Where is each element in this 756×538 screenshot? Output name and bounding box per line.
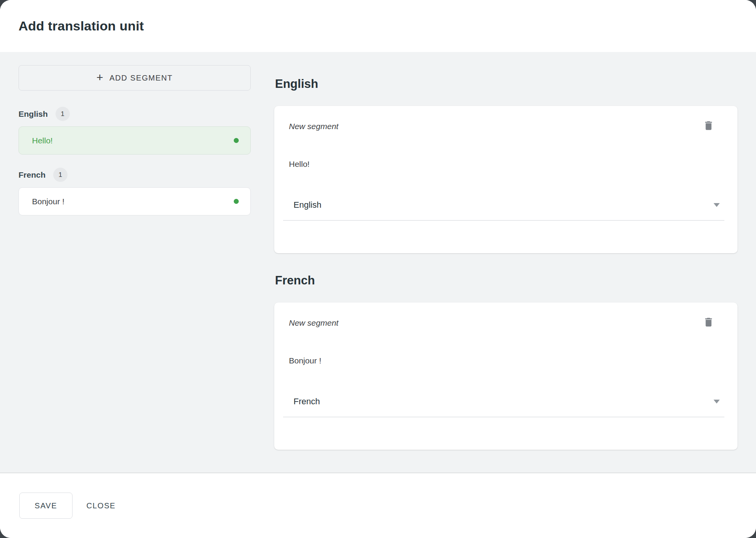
segment-card-french: New segment Bonjour ! French: [274, 303, 737, 450]
section-heading: English: [275, 77, 737, 91]
chevron-down-icon: [714, 203, 720, 207]
trash-icon: [703, 316, 714, 328]
plus-icon: +: [96, 71, 103, 84]
chevron-down-icon: [714, 400, 720, 404]
delete-segment-button[interactable]: [703, 316, 714, 328]
trash-icon: [703, 120, 714, 131]
section-french: French New segment Bonjour ! French: [274, 273, 737, 450]
language-group-header-english: English 1: [19, 107, 251, 121]
dialog-footer: SAVE CLOSE: [0, 472, 756, 538]
segment-count-badge: 1: [53, 168, 68, 182]
new-segment-label: New segment: [288, 318, 338, 328]
save-button[interactable]: SAVE: [19, 493, 73, 519]
section-english: English New segment Hello! English: [274, 77, 737, 253]
language-select-value: French: [288, 397, 320, 407]
segment-list-panel: + ADD SEGMENT English 1 Hello! French 1 …: [19, 65, 251, 472]
card-top-row: New segment: [288, 121, 724, 131]
new-segment-label: New segment: [288, 121, 338, 131]
segment-status-dot: [234, 199, 239, 204]
segment-editor-panel: English New segment Hello! English: [274, 65, 737, 472]
segment-status-dot: [234, 138, 239, 143]
language-select-english[interactable]: English: [283, 200, 724, 221]
dialog-title: Add translation unit: [19, 18, 144, 34]
segment-chip-text: Bonjour !: [32, 197, 64, 206]
add-translation-unit-dialog: Add translation unit + ADD SEGMENT Engli…: [0, 0, 756, 538]
language-name: French: [19, 170, 46, 180]
delete-segment-button[interactable]: [703, 120, 714, 131]
language-select-value: English: [288, 200, 321, 210]
segment-text-field[interactable]: Bonjour !: [288, 356, 724, 366]
dialog-body: + ADD SEGMENT English 1 Hello! French 1 …: [0, 52, 756, 472]
close-button[interactable]: CLOSE: [82, 501, 120, 510]
add-segment-label: ADD SEGMENT: [110, 74, 173, 82]
language-select-french[interactable]: French: [283, 397, 724, 417]
section-heading: French: [275, 273, 737, 288]
segment-card-english: New segment Hello! English: [274, 106, 737, 253]
segment-count-badge: 1: [56, 107, 70, 121]
segment-chip-french[interactable]: Bonjour !: [19, 187, 251, 215]
language-name: English: [19, 109, 48, 119]
segment-chip-text: Hello!: [32, 136, 53, 145]
segment-chip-english[interactable]: Hello!: [19, 126, 251, 155]
add-segment-button[interactable]: + ADD SEGMENT: [19, 65, 251, 91]
card-top-row: New segment: [288, 318, 724, 328]
language-group-header-french: French 1: [19, 168, 251, 182]
segment-text-field[interactable]: Hello!: [288, 159, 724, 169]
dialog-header: Add translation unit: [0, 0, 756, 52]
